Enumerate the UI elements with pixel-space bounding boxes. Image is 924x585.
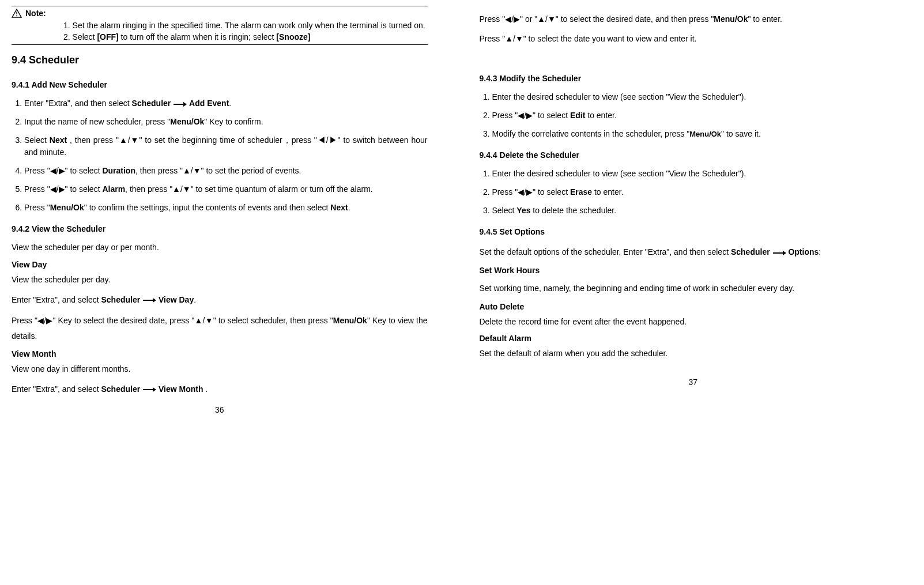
paragraph: View the scheduler per day. (12, 274, 428, 286)
step-item: Modify the correlative contents in the s… (492, 128, 907, 141)
note-text: 1. Set the alarm ringing in the specifie… (63, 21, 425, 30)
step-item: Enter "Extra", and then select Scheduler… (24, 97, 428, 110)
bold: Menu/Ok (333, 316, 367, 325)
warning-icon (12, 9, 22, 18)
bold: View Month (159, 384, 203, 394)
steps-list: Enter the desired scheduler to view (see… (480, 168, 907, 217)
sub-heading: View Month (12, 349, 428, 358)
text: Press " (24, 203, 50, 212)
page-number: 36 (12, 405, 428, 414)
text: Enter "Extra", and select (12, 295, 101, 304)
arrow-right-icon (173, 101, 187, 107)
text: " to enter. (748, 14, 782, 24)
arrow-right-icon (142, 297, 156, 303)
step-item: Select Next , then press "▲/▼" to set th… (24, 134, 428, 159)
paragraph: Set the default of alarm when you add th… (480, 348, 907, 360)
spacer (480, 50, 907, 63)
bold: Yes (516, 206, 530, 215)
text: Set the default options of the scheduler… (480, 247, 731, 256)
paragraph: View one day in different months. (12, 363, 428, 376)
page-left: Note: 1. Set the alarm ringing in the sp… (0, 0, 462, 585)
subsection-heading: 9.4.4 Delete the Scheduler (480, 150, 907, 160)
bold: Options (788, 247, 819, 256)
snooze-key: [Snooze] (276, 32, 310, 41)
paragraph: View the scheduler per day or per month. (12, 241, 428, 254)
text: Enter the desired scheduler to view (see… (492, 92, 746, 101)
off-key: [OFF] (97, 32, 118, 41)
subsection-heading: 9.4.3 Modify the Scheduler (480, 74, 907, 83)
step-item: Press "Menu/Ok" to confirm the settings,… (24, 202, 428, 214)
page-right: Press "◀/▶" or "▲/▼" to select the desir… (462, 0, 925, 585)
text: . (348, 203, 350, 212)
bold: Alarm (102, 184, 125, 194)
text: Enter "Extra", and select (12, 384, 101, 394)
note-list: 1. Set the alarm ringing in the specifie… (12, 20, 428, 42)
paragraph: Press "◀/▶" or "▲/▼" to select the desir… (480, 12, 907, 27)
paragraph: Press "◀/▶" Key to select the desired da… (12, 313, 428, 344)
bold: Erase (570, 187, 592, 197)
sub-heading: Default Alarm (480, 334, 907, 343)
text: , then press "▲/▼" to set the period of … (135, 166, 301, 175)
note-label: Note: (25, 9, 46, 18)
bold: Edit (570, 111, 585, 120)
text: Select (24, 135, 50, 145)
divider (12, 6, 428, 6)
subsection-heading: 9.4.5 Set Options (480, 227, 907, 236)
svg-marker-8 (153, 387, 156, 392)
text: Enter "Extra", and then select (24, 99, 132, 108)
bold: Next (50, 135, 67, 145)
subsection-heading: 9.4.2 View the Scheduler (12, 224, 428, 233)
svg-marker-4 (183, 102, 187, 107)
text: Press "◀/▶" Key to select the desired da… (12, 316, 333, 325)
bold: Scheduler (731, 247, 770, 256)
arrow-right-icon (772, 250, 786, 256)
step-item: Enter the desired scheduler to view (see… (492, 168, 907, 180)
subsection-heading: 9.4.1 Add New Scheduler (12, 80, 428, 89)
step-item: Press "◀/▶" to select Alarm, then press … (24, 183, 428, 196)
bold: Menu/Ok (170, 117, 204, 126)
step-item: Select Yes to delete the scheduler. (492, 205, 907, 217)
bold: Next (330, 203, 348, 212)
sub-heading: Auto Delete (480, 302, 907, 311)
bold: Add Event (189, 99, 229, 108)
bold: Scheduler (101, 384, 140, 394)
bold: Menu/Ok (714, 14, 748, 24)
bold: View Day (159, 295, 194, 304)
text: Select (492, 206, 517, 215)
text: Enter the desired scheduler to view (see… (492, 169, 746, 178)
text: to delete the scheduler. (530, 206, 616, 215)
step-item: Press "◀/▶" to select Erase to enter. (492, 186, 907, 199)
text: , then press "▲/▼" to set time quantum o… (125, 184, 373, 194)
bold: Menu/Ok (50, 203, 84, 212)
sub-heading: View Day (12, 260, 428, 269)
text: " Key to confirm. (204, 117, 263, 126)
sub-heading: Set Work Hours (480, 266, 907, 275)
text: Modify the correlative contents in the s… (492, 129, 690, 138)
text: Press "◀/▶" to select (24, 184, 102, 194)
text: . (229, 99, 231, 108)
step-item: Enter the desired scheduler to view (see… (492, 91, 907, 104)
step-item: Press "◀/▶" to select Edit to enter. (492, 110, 907, 122)
paragraph: Delete the record time for event after t… (480, 316, 907, 329)
note-item: 2. Select [OFF] to turn off the alarm wh… (63, 32, 428, 42)
bold: Scheduler (132, 99, 171, 108)
text: Press "◀/▶" to select (492, 111, 570, 120)
svg-marker-10 (783, 251, 786, 255)
paragraph: Enter "Extra", and select Scheduler View… (12, 382, 428, 397)
steps-list: Enter "Extra", and then select Scheduler… (12, 97, 428, 214)
divider (12, 44, 428, 45)
arrow-right-icon (142, 387, 156, 392)
svg-marker-6 (153, 298, 156, 303)
bold: Duration (102, 166, 135, 175)
paragraph: Set working time, namely, the beginning … (480, 281, 907, 296)
steps-list: Enter the desired scheduler to view (see… (480, 91, 907, 140)
text: to enter. (585, 111, 616, 120)
text: " to confirm the settings, input the con… (84, 203, 331, 212)
text: Press "◀/▶" or "▲/▼" to select the desir… (480, 14, 714, 24)
note-item: 1. Set the alarm ringing in the specifie… (63, 20, 428, 31)
svg-point-2 (16, 16, 17, 17)
text: . (194, 295, 196, 304)
text: , then press "▲/▼" to set the beginning … (24, 135, 428, 157)
text: : (819, 247, 821, 256)
text: Press "◀/▶" to select (24, 166, 102, 175)
